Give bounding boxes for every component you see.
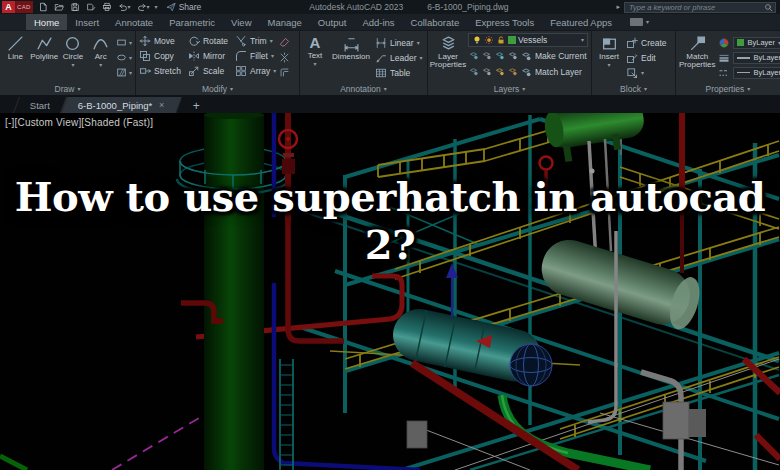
scale-button[interactable]: Scale <box>188 63 228 78</box>
viewport[interactable]: [-][Custom View][Shaded (Fast)] How to u… <box>0 113 780 470</box>
undo-button[interactable]: ▾ <box>117 2 132 12</box>
ellipse-button[interactable]: ▾ <box>116 52 132 63</box>
ribbon-display-toggle-button[interactable]: ▾ <box>630 14 649 30</box>
save-as-button[interactable] <box>85 2 97 12</box>
circle-button[interactable]: Circle▾ <box>61 33 86 82</box>
qat-customize-icon[interactable]: ▾ <box>155 4 158 10</box>
overlay-title-line2: 2? <box>0 221 780 269</box>
3d-piping-scene <box>0 113 780 470</box>
rotate-button[interactable]: Rotate <box>188 33 228 48</box>
layer-color-swatch[interactable] <box>508 36 516 44</box>
open-file-button[interactable] <box>53 2 65 12</box>
plot-button[interactable] <box>101 2 113 12</box>
new-file-button[interactable] <box>37 2 49 12</box>
properties-panel-label[interactable]: Properties▾ <box>676 82 780 95</box>
tab-output[interactable]: Output <box>310 14 355 30</box>
share-button[interactable]: Share <box>166 2 202 12</box>
layer-thaw-icon[interactable] <box>507 66 518 77</box>
arc-button[interactable]: Arc▾ <box>88 33 113 82</box>
autocad-app-menu-button[interactable]: A CAD <box>2 1 33 13</box>
copy-button[interactable]: Copy <box>139 48 181 63</box>
layer-unisolate-icon[interactable] <box>481 50 492 61</box>
layer-freeze-sun-icon[interactable] <box>484 35 494 45</box>
dimension-button[interactable]: Dimension <box>330 33 372 82</box>
polyline-button[interactable]: Polyline <box>31 33 58 82</box>
block-panel-label[interactable]: Block▾ <box>592 82 675 95</box>
search-icon[interactable] <box>764 3 773 12</box>
tab-parametric[interactable]: Parametric <box>161 14 223 30</box>
viewport-controls[interactable]: [-][Custom View][Shaded (Fast)] <box>5 117 153 128</box>
layer-dropdown[interactable]: Vessels ▾ <box>468 33 588 47</box>
match-layer-button[interactable]: Match Layer <box>520 64 582 79</box>
text-button[interactable]: A Text▾ <box>303 33 327 82</box>
layer-freeze-icon[interactable] <box>494 50 505 61</box>
modify-panel-label[interactable]: Modify▾ <box>136 82 299 95</box>
line-icon <box>7 35 24 52</box>
edit-block-button[interactable]: Edit <box>626 50 672 65</box>
tab-view[interactable]: View <box>223 14 259 30</box>
undo-dropdown-icon[interactable]: ▾ <box>128 4 131 10</box>
layer-on-bulb-icon[interactable] <box>472 35 482 45</box>
offset-button[interactable] <box>279 67 290 78</box>
fillet-button[interactable]: Fillet▾ <box>235 48 276 63</box>
layer-unlock-icon[interactable] <box>496 35 506 45</box>
write-block-button[interactable]: ▾ <box>626 65 672 80</box>
mirror-button[interactable]: Mirror <box>188 48 228 63</box>
array-button[interactable]: Array▾ <box>235 63 276 78</box>
linetype-sample <box>737 72 750 73</box>
layer-lock-icon[interactable] <box>468 66 479 77</box>
layer-walk-icon[interactable] <box>494 66 505 77</box>
redo-dropdown-icon[interactable]: ▾ <box>147 4 150 10</box>
tab-annotate[interactable]: Annotate <box>107 14 161 30</box>
layer-unlock-tool-icon[interactable] <box>481 66 492 77</box>
annotation-panel-label[interactable]: Annotation▾ <box>300 82 427 95</box>
linetype-dropdown[interactable]: ByLayer <box>733 67 780 79</box>
lineweight-dropdown[interactable]: ByLayer <box>733 52 780 64</box>
lineweight-icon[interactable] <box>718 52 730 64</box>
erase-icon <box>279 37 290 48</box>
layer-dropdown-caret-icon[interactable]: ▾ <box>581 37 584 43</box>
layers-panel-label[interactable]: Layers▾ <box>428 82 591 95</box>
search-expand-icon[interactable]: ▸ <box>616 3 620 11</box>
stretch-button[interactable]: Stretch <box>139 63 181 78</box>
table-button[interactable]: Table <box>375 65 424 80</box>
search-input[interactable] <box>625 3 764 12</box>
object-color-dropdown[interactable]: ByLayer ▾ <box>733 37 780 49</box>
create-block-button[interactable]: Create <box>626 35 672 50</box>
save-button[interactable] <box>69 2 81 12</box>
new-drawing-tab-button[interactable]: + <box>189 99 204 113</box>
linetype-icon[interactable] <box>718 67 730 79</box>
tab-home[interactable]: Home <box>26 14 67 30</box>
make-current-button[interactable]: Make Current <box>520 48 587 63</box>
panel-annotation: A Text▾ Dimension Linear▾ Leader▾ Table … <box>300 31 428 95</box>
tab-add-ins[interactable]: Add-ins <box>354 14 402 30</box>
rectangle-button[interactable]: ▾ <box>116 37 132 48</box>
layer-properties-icon <box>440 35 457 52</box>
ellipse-icon <box>116 52 127 63</box>
layer-off-icon[interactable] <box>507 50 518 61</box>
trim-button[interactable]: Trim▾ <box>235 33 276 48</box>
explode-button[interactable] <box>279 52 290 63</box>
move-icon <box>139 35 151 47</box>
leader-button[interactable]: Leader▾ <box>375 50 424 65</box>
move-button[interactable]: Move <box>139 33 181 48</box>
redo-button[interactable]: ▾ <box>136 2 151 12</box>
tab-express-tools[interactable]: Express Tools <box>467 14 542 30</box>
erase-button[interactable] <box>279 37 290 48</box>
close-tab-icon[interactable]: × <box>160 100 165 110</box>
insert-block-button[interactable]: Insert▾ <box>595 33 623 82</box>
tab-featured-apps[interactable]: Featured Apps <box>542 14 620 30</box>
line-button[interactable]: Line <box>3 33 28 82</box>
hatch-button[interactable]: ▾ <box>116 67 132 78</box>
tab-insert[interactable]: Insert <box>67 14 107 30</box>
layer-properties-button[interactable]: Layer Properties <box>431 33 465 82</box>
tab-collaborate[interactable]: Collaborate <box>403 14 468 30</box>
tab-manage[interactable]: Manage <box>260 14 310 30</box>
linear-button[interactable]: Linear▾ <box>375 35 424 50</box>
color-wheel-icon[interactable] <box>718 37 730 49</box>
start-tab[interactable]: Start <box>13 97 67 113</box>
layer-isolate-icon[interactable] <box>468 50 479 61</box>
match-properties-button[interactable]: Match Properties <box>679 33 715 82</box>
draw-panel-label[interactable]: Draw▾ <box>0 82 135 95</box>
drawing-tab[interactable]: 6-B-1000_Piping* × <box>61 97 182 113</box>
